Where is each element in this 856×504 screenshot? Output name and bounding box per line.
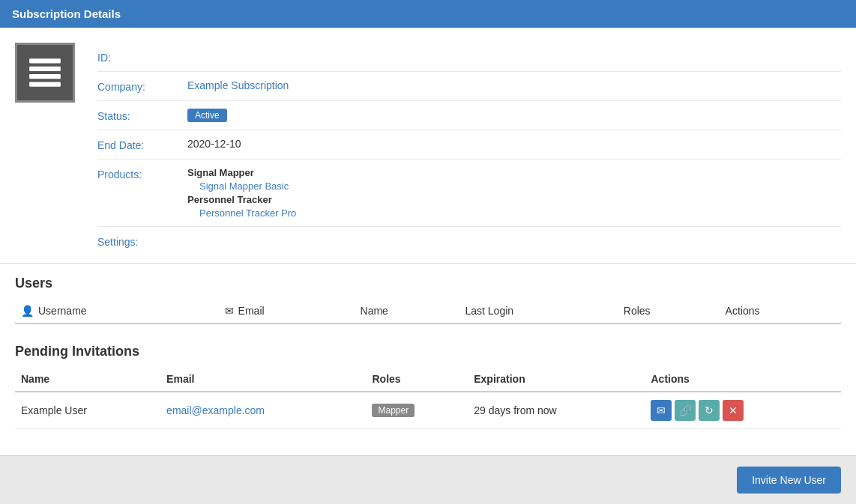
send-email-button[interactable]: ✉	[651, 400, 672, 421]
main-content: ID: Company: Example Subscription Status…	[0, 28, 856, 455]
field-row-status: Status: Active	[97, 101, 841, 130]
product-item-personnel-tracker-pro: Personnel Tracker Pro	[187, 207, 841, 219]
pending-invitations-title: Pending Invitations	[15, 344, 841, 359]
pending-col-roles: Roles	[366, 367, 468, 392]
svg-rect-2	[29, 74, 61, 79]
col-actions: Actions	[720, 299, 841, 324]
col-last-login: Last Login	[459, 299, 617, 324]
pending-col-email: Email	[160, 367, 366, 392]
col-roles: Roles	[618, 299, 720, 324]
email-icon: ✉	[225, 305, 234, 317]
subscription-icon	[15, 43, 75, 103]
settings-label: Settings:	[97, 234, 187, 248]
products-list: Signal Mapper Signal Mapper Basic Person…	[187, 167, 841, 219]
col-email-label: Email	[238, 305, 265, 317]
field-row-products: Products: Signal Mapper Signal Mapper Ba…	[97, 160, 841, 227]
person-icon: 👤	[21, 305, 34, 317]
col-name: Name	[355, 299, 459, 324]
product-category-signal-mapper: Signal Mapper	[187, 167, 841, 178]
svg-rect-0	[29, 58, 61, 63]
col-username: 👤 Username	[15, 299, 219, 324]
users-section: Users 👤 Username ✉ Email	[0, 264, 856, 332]
id-label: ID:	[97, 50, 187, 64]
users-table: 👤 Username ✉ Email Name Last Login	[15, 299, 841, 324]
pending-col-expiration: Expiration	[468, 367, 645, 392]
svg-rect-1	[29, 67, 61, 71]
products-label: Products:	[97, 167, 187, 180]
pending-row-actions: ✉ 🔗 ↻ ✕	[645, 392, 841, 429]
page-wrapper: Subscription Details ID:	[0, 0, 856, 504]
company-label: Company:	[97, 79, 187, 93]
col-email: ✉ Email	[219, 299, 355, 324]
pending-invitations-table: Name Email Roles Expiration Actions Exam…	[15, 367, 841, 429]
product-category-personnel-tracker: Personnel Tracker	[187, 194, 841, 205]
status-badge: Active	[187, 109, 227, 122]
action-buttons: ✉ 🔗 ↻ ✕	[651, 400, 835, 421]
status-value: Active	[187, 109, 841, 122]
link-icon: 🔗	[679, 404, 692, 416]
delete-icon: ✕	[729, 404, 738, 416]
svg-rect-3	[29, 82, 61, 87]
pending-invitations-section: Pending Invitations Name Email Roles Exp…	[0, 332, 856, 437]
pending-col-name: Name	[15, 367, 160, 392]
page-header: Subscription Details	[0, 0, 856, 28]
role-badge: Mapper	[372, 404, 415, 417]
end-date-value: 2020-12-10	[187, 138, 841, 150]
field-row-end-date: End Date: 2020-12-10	[97, 130, 841, 160]
product-item-signal-mapper-basic: Signal Mapper Basic	[187, 180, 841, 192]
status-label: Status:	[97, 109, 187, 122]
pending-row-roles: Mapper	[366, 392, 468, 429]
end-date-label: End Date:	[97, 138, 187, 151]
refresh-button[interactable]: ↻	[699, 400, 720, 421]
pending-col-actions: Actions	[645, 367, 841, 392]
email-action-icon: ✉	[657, 404, 666, 416]
pending-row-email: email@example.com	[160, 392, 366, 429]
subscription-fields: ID: Company: Example Subscription Status…	[97, 43, 841, 255]
invite-new-user-button[interactable]: Invite New User	[737, 467, 841, 494]
pending-row-name: Example User	[15, 392, 160, 429]
table-row: Example User email@example.com Mapper 29…	[15, 392, 841, 429]
copy-link-button[interactable]: 🔗	[675, 400, 696, 421]
page-title: Subscription Details	[12, 7, 121, 20]
footer-bar: Invite New User	[0, 455, 856, 504]
pending-table-body: Example User email@example.com Mapper 29…	[15, 392, 841, 429]
company-value: Example Subscription	[187, 79, 841, 91]
refresh-icon: ↻	[705, 404, 714, 416]
users-section-title: Users	[15, 276, 841, 291]
field-row-company: Company: Example Subscription	[97, 72, 841, 101]
col-username-label: Username	[38, 305, 87, 317]
subscription-section: ID: Company: Example Subscription Status…	[0, 28, 856, 264]
field-row-id: ID:	[97, 43, 841, 72]
field-row-settings: Settings:	[97, 227, 841, 255]
pending-row-expiration: 29 days from now	[468, 392, 645, 429]
delete-button[interactable]: ✕	[723, 400, 744, 421]
